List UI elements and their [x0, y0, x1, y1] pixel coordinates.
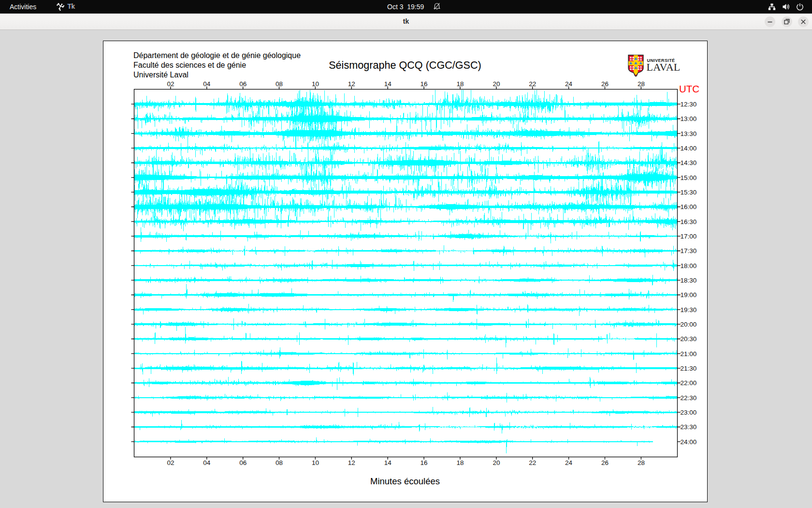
svg-text:12: 12	[348, 80, 355, 88]
svg-text:08: 08	[276, 80, 283, 88]
svg-text:04: 04	[203, 459, 211, 466]
svg-text:21:30: 21:30	[681, 365, 697, 372]
svg-text:15:30: 15:30	[681, 189, 697, 196]
svg-text:16: 16	[420, 80, 428, 88]
svg-text:28: 28	[638, 459, 645, 466]
svg-text:18: 18	[456, 80, 464, 88]
svg-text:19:00: 19:00	[681, 291, 697, 299]
svg-text:21:00: 21:00	[681, 350, 697, 358]
svg-text:06: 06	[239, 459, 246, 466]
svg-text:24:00: 24:00	[681, 438, 697, 446]
svg-text:14:30: 14:30	[681, 159, 697, 166]
svg-text:22: 22	[529, 80, 536, 88]
svg-text:12:30: 12:30	[681, 101, 697, 108]
svg-text:10: 10	[312, 80, 319, 88]
svg-text:17:00: 17:00	[681, 233, 697, 240]
svg-text:23:00: 23:00	[681, 409, 697, 416]
svg-text:22:30: 22:30	[681, 394, 697, 402]
svg-text:10: 10	[312, 459, 319, 466]
svg-text:16:00: 16:00	[681, 203, 697, 210]
svg-text:20:00: 20:00	[681, 321, 697, 328]
svg-text:16:30: 16:30	[681, 218, 697, 225]
svg-text:22: 22	[529, 459, 536, 466]
svg-text:02: 02	[167, 80, 174, 88]
svg-text:UTC: UTC	[679, 83, 699, 94]
svg-text:19:30: 19:30	[681, 306, 697, 314]
svg-text:04: 04	[203, 80, 211, 88]
svg-text:24: 24	[565, 80, 573, 88]
svg-text:18: 18	[456, 459, 464, 466]
svg-text:08: 08	[276, 459, 283, 466]
svg-text:16: 16	[420, 459, 428, 466]
svg-text:14: 14	[384, 80, 392, 88]
svg-text:18:00: 18:00	[681, 262, 697, 269]
svg-text:28: 28	[638, 80, 645, 88]
svg-text:06: 06	[239, 80, 246, 88]
svg-text:24: 24	[565, 459, 573, 466]
svg-text:18:30: 18:30	[681, 277, 697, 284]
svg-text:14: 14	[384, 459, 392, 466]
svg-text:26: 26	[601, 80, 609, 88]
svg-text:26: 26	[601, 459, 609, 466]
svg-text:23:30: 23:30	[681, 423, 697, 431]
svg-text:13:00: 13:00	[681, 115, 697, 122]
svg-text:14:00: 14:00	[681, 145, 697, 152]
svg-text:20:30: 20:30	[681, 335, 697, 343]
svg-text:02: 02	[167, 459, 174, 466]
svg-text:13:30: 13:30	[681, 130, 697, 137]
svg-text:15:00: 15:00	[681, 174, 697, 181]
svg-text:17:30: 17:30	[681, 247, 697, 254]
svg-text:20: 20	[493, 80, 500, 88]
svg-text:12: 12	[348, 459, 355, 466]
svg-text:20: 20	[493, 459, 500, 466]
svg-text:22:00: 22:00	[681, 379, 697, 387]
